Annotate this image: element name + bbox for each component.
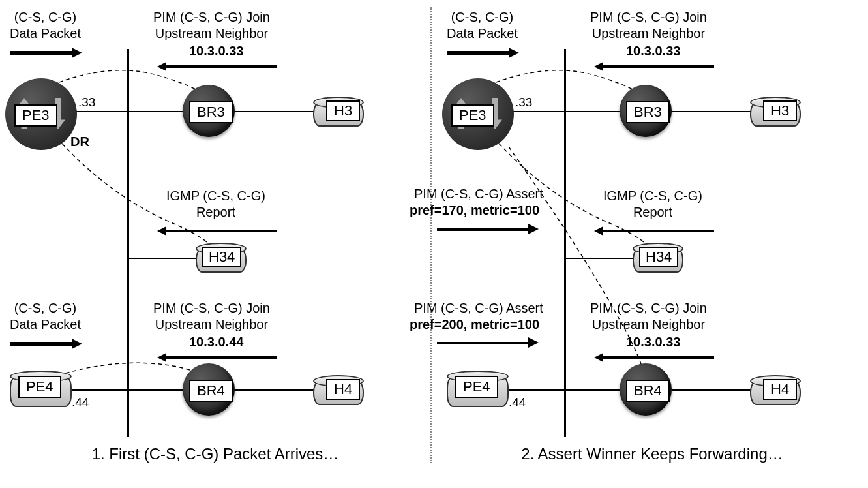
- lan-bus: [127, 49, 129, 437]
- br3-join-arrow: [603, 65, 714, 68]
- pe4-packet-label: (C-S, C-G) Data Packet: [10, 300, 81, 333]
- panel-step-2: (C-S, C-G) Data Packet PE3 .33 PIM (C-S,…: [437, 0, 867, 470]
- br3-join-arrow: [166, 65, 277, 68]
- igmp-text: IGMP (C-S, C-G) Report: [603, 188, 702, 221]
- br4-join-ip: 10.3.0.33: [626, 334, 680, 350]
- igmp-text: IGMP (C-S, C-G) Report: [166, 188, 265, 221]
- h34-label: H34: [639, 247, 678, 267]
- panel1-caption: 1. First (C-S, C-G) Packet Arrives…: [0, 445, 430, 463]
- h3-label: H3: [763, 100, 797, 121]
- pe4-assert-val: pref=200, metric=100: [410, 316, 539, 333]
- lan-bus: [564, 49, 566, 437]
- pe3-link: [72, 111, 127, 112]
- pe4-ip: .44: [509, 395, 526, 410]
- pe3-label: PE3: [14, 104, 57, 127]
- br3-join-ip: 10.3.0.33: [189, 43, 243, 59]
- pe3-label: PE3: [451, 104, 494, 127]
- pe4-assert-text: PIM (C-S, C-G) Assert: [414, 300, 543, 316]
- panel2-caption: 2. Assert Winner Keeps Forwarding…: [437, 445, 867, 463]
- br4-label: BR4: [189, 380, 233, 402]
- igmp-arrow: [166, 230, 277, 232]
- vertical-divider: [430, 7, 432, 463]
- pe3-packet-label: (C-S, C-G) Data Packet: [10, 9, 81, 42]
- br4-join-arrow: [603, 356, 714, 359]
- pe3-data-arrow: [10, 51, 72, 55]
- pe3-ip: .33: [78, 95, 95, 110]
- br4-label: BR4: [626, 380, 670, 402]
- pe3-assert-text: PIM (C-S, C-G) Assert: [414, 186, 543, 202]
- h4-label: H4: [326, 379, 360, 400]
- br3-join-text: PIM (C-S, C-G) Join Upstream Neighbor: [153, 9, 270, 42]
- pe4-label: PE4: [18, 376, 61, 398]
- br3-join-ip: 10.3.0.33: [626, 43, 680, 59]
- br3-join-text: PIM (C-S, C-G) Join Upstream Neighbor: [590, 9, 707, 42]
- pe3-data-arrow: [447, 51, 509, 55]
- igmp-arrow: [603, 230, 714, 232]
- br4-join-arrow: [166, 356, 277, 359]
- pe4-data-arrow: [10, 342, 72, 346]
- pe4-link: [68, 389, 127, 391]
- pe3-assert-arrow: [437, 228, 528, 231]
- h34-label: H34: [202, 247, 241, 267]
- pe4-ip: .44: [72, 395, 89, 410]
- pe3-link: [509, 111, 564, 112]
- pe3-assert-val: pref=170, metric=100: [410, 202, 539, 219]
- br3-label: BR3: [189, 101, 233, 123]
- pe4-assert-arrow: [437, 342, 528, 344]
- h3-label: H3: [326, 100, 360, 121]
- br4-join-text: PIM (C-S, C-G) Join Upstream Neighbor: [153, 300, 270, 333]
- h4-label: H4: [763, 379, 797, 400]
- br3-label: BR3: [626, 101, 670, 123]
- pe3-dr-label: DR: [70, 134, 89, 150]
- br4-join-ip: 10.3.0.44: [189, 334, 243, 350]
- panel-step-1: (C-S, C-G) Data Packet PE3 .33 DR PIM (C…: [0, 0, 430, 470]
- pe4-link: [505, 389, 564, 391]
- pe3-ip: .33: [515, 95, 532, 110]
- pe4-label: PE4: [455, 376, 498, 398]
- pe3-packet-label: (C-S, C-G) Data Packet: [447, 9, 518, 42]
- br4-join-text: PIM (C-S, C-G) Join Upstream Neighbor: [590, 300, 707, 333]
